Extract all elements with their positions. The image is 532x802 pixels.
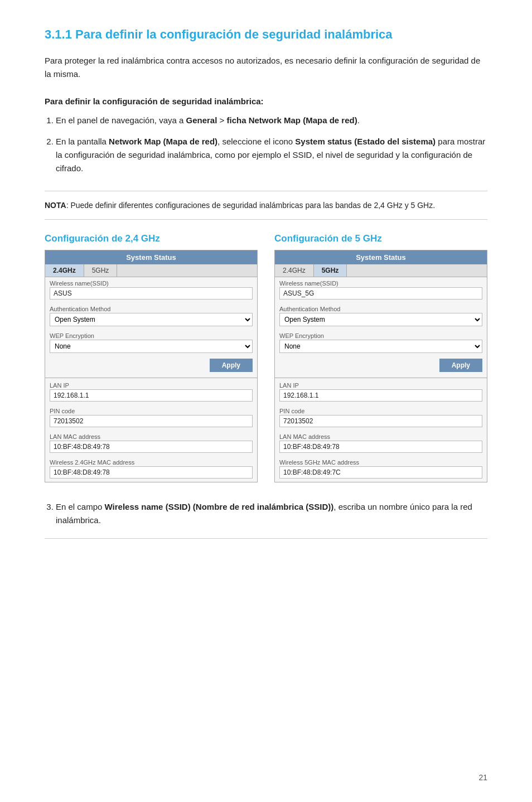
page-number: 21 xyxy=(478,773,487,782)
bottom-rule xyxy=(45,538,487,539)
auth-select-5[interactable]: Open System xyxy=(279,313,482,326)
auth-select-row-24[interactable]: Open System xyxy=(50,313,253,326)
tab-24ghz-24[interactable]: 2.4GHz xyxy=(45,264,84,277)
section-heading: 3.1.1 Para definir la configuración de s… xyxy=(45,27,487,43)
lanip-label-5: LAN IP xyxy=(279,382,482,389)
pin-value-24: 72013502 xyxy=(50,415,253,427)
lanmac-row-5: LAN MAC address 10:BF:48:D8:49:78 xyxy=(275,431,487,456)
auth-select-24[interactable]: Open System xyxy=(50,313,253,326)
note-text: NOTA: Puede definir diferentes configura… xyxy=(45,199,487,211)
step3-list: En el campo Wireless name (SSID) (Nombre… xyxy=(56,500,487,527)
configs-row: Configuración de 2,4 GHz System Status 2… xyxy=(45,233,487,482)
tab-5ghz-5[interactable]: 5GHz xyxy=(314,264,347,277)
config-24-title: Configuración de 2,4 GHz xyxy=(45,233,258,244)
wep-row-5: WEP Encryption None xyxy=(275,330,487,356)
pin-value-5: 72013502 xyxy=(279,415,482,427)
step-2: En la pantalla Network Map (Mapa de red)… xyxy=(56,135,487,175)
wep-label-5: WEP Encryption xyxy=(279,332,482,339)
lanmac-value-5: 10:BF:48:D8:49:78 xyxy=(279,441,482,453)
wireless-mac-label-5: Wireless 5GHz MAC address xyxy=(279,459,482,466)
pin-label-24: PIN code xyxy=(50,408,253,414)
wireless-mac-row-24: Wireless 2.4GHz MAC address 10:BF:48:D8:… xyxy=(45,456,257,482)
system-status-panel-24: System Status 2.4GHz 5GHz Wireless name(… xyxy=(45,250,258,482)
auth-label-24: Authentication Method xyxy=(50,306,253,312)
auth-row-24: Authentication Method Open System xyxy=(45,303,257,330)
step-3: En el campo Wireless name (SSID) (Nombre… xyxy=(56,500,487,527)
ss-header-24: System Status xyxy=(45,250,257,264)
auth-label-5: Authentication Method xyxy=(279,306,482,312)
auth-select-row-5[interactable]: Open System xyxy=(279,313,482,326)
lanip-value-5: 192.168.1.1 xyxy=(279,389,482,402)
ssid-label-5: Wireless name(SSID) xyxy=(279,280,482,287)
config-24-col: Configuración de 2,4 GHz System Status 2… xyxy=(45,233,258,482)
lanip-value-24: 192.168.1.1 xyxy=(50,389,253,402)
tab-5ghz-24[interactable]: 5GHz xyxy=(84,264,118,277)
steps-list: En el panel de navegación, vaya a Genera… xyxy=(56,114,487,175)
pin-row-5: PIN code 72013502 xyxy=(275,405,487,431)
wep-select-row-24[interactable]: None xyxy=(50,340,253,353)
wireless-mac-row-5: Wireless 5GHz MAC address 10:BF:48:D8:49… xyxy=(275,456,487,482)
wep-select-row-5[interactable]: None xyxy=(279,340,482,353)
intro-paragraph: Para proteger la red inalámbrica contra … xyxy=(45,54,487,81)
step-1: En el panel de navegación, vaya a Genera… xyxy=(56,114,487,127)
apply-button-5[interactable]: Apply xyxy=(439,359,482,372)
subsection-title: Para definir la configuración de segurid… xyxy=(45,96,487,106)
apply-button-24[interactable]: Apply xyxy=(210,359,253,372)
wep-row-24: WEP Encryption None xyxy=(45,330,257,356)
lanmac-label-24: LAN MAC address xyxy=(50,433,253,440)
wep-select-24[interactable]: None xyxy=(50,340,253,353)
system-status-panel-5: System Status 2.4GHz 5GHz Wireless name(… xyxy=(274,250,487,482)
note-bold: NOTA xyxy=(45,201,66,210)
apply-row-5: Apply xyxy=(275,356,487,376)
lanmac-label-5: LAN MAC address xyxy=(279,433,482,440)
ss-header-5: System Status xyxy=(275,250,487,264)
pin-label-5: PIN code xyxy=(279,408,482,414)
lanmac-row-24: LAN MAC address 10:BF:48:D8:49:78 xyxy=(45,431,257,456)
divider-24 xyxy=(45,378,257,378)
ssid-value-24: ASUS xyxy=(50,287,253,299)
divider-5 xyxy=(275,378,487,378)
pin-row-24: PIN code 72013502 xyxy=(45,405,257,431)
ssid-label-24: Wireless name(SSID) xyxy=(50,280,253,287)
ssid-value-5: ASUS_5G xyxy=(279,287,482,299)
wireless-mac-value-5: 10:BF:48:D8:49:7C xyxy=(279,466,482,479)
tab-24ghz-5[interactable]: 2.4GHz xyxy=(275,264,314,277)
wep-select-5[interactable]: None xyxy=(279,340,482,353)
config-5-title: Configuración de 5 GHz xyxy=(274,233,487,244)
apply-row-24: Apply xyxy=(45,356,257,376)
lanmac-value-24: 10:BF:48:D8:49:78 xyxy=(50,441,253,453)
note-box: NOTA: Puede definir diferentes configura… xyxy=(45,191,487,220)
ssid-row-24: Wireless name(SSID) ASUS xyxy=(45,277,257,303)
wireless-mac-value-24: 10:BF:48:D8:49:78 xyxy=(50,466,253,479)
wireless-mac-label-24: Wireless 2.4GHz MAC address xyxy=(50,459,253,466)
ssid-row-5: Wireless name(SSID) ASUS_5G xyxy=(275,277,487,303)
note-content: : Puede definir diferentes configuracion… xyxy=(66,201,436,210)
ss-tabs-5[interactable]: 2.4GHz 5GHz xyxy=(275,264,487,277)
auth-row-5: Authentication Method Open System xyxy=(275,303,487,330)
lanip-row-24: LAN IP 192.168.1.1 xyxy=(45,379,257,405)
lanip-row-5: LAN IP 192.168.1.1 xyxy=(275,379,487,405)
wep-label-24: WEP Encryption xyxy=(50,332,253,339)
lanip-label-24: LAN IP xyxy=(50,382,253,389)
ss-tabs-24[interactable]: 2.4GHz 5GHz xyxy=(45,264,257,277)
config-5-col: Configuración de 5 GHz System Status 2.4… xyxy=(274,233,487,482)
